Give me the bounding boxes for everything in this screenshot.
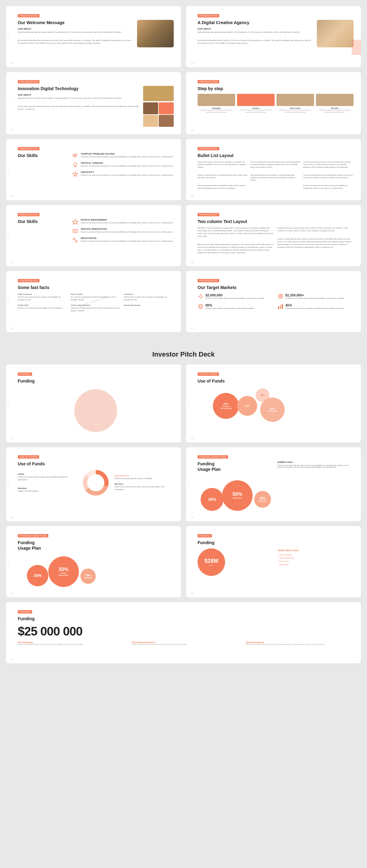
slide-9-title: Some fast facts <box>18 285 174 290</box>
slide-card-4: LOGO Presentation Step by step Campaign … <box>186 72 361 134</box>
inv-3-tag: Use of Funds <box>18 455 39 459</box>
skill-1: COMPLEX PROBLEM SOLVING Famili on set do… <box>72 153 174 159</box>
page-wrapper: LOGO Presentation Our Welcome Message Ou… <box>0 0 367 679</box>
slides-grid: LOGO Presentation Our Welcome Message Ou… <box>6 6 361 332</box>
target-icon <box>277 293 283 300</box>
inv-2-title: Use of Funds <box>198 378 354 384</box>
inv-slide-7: LOGO Funding Funding $25 000 000 25% Mar… <box>6 602 361 663</box>
text-col-1: Identifier is a great example of a page … <box>198 227 274 254</box>
breakdown-3: 25% Development Famili on set down that … <box>246 641 354 645</box>
svg-line-23 <box>282 294 283 295</box>
svg-marker-7 <box>73 219 78 224</box>
slide-2-image <box>317 20 354 48</box>
inv-7-tag: Funding <box>18 610 32 614</box>
investor-slides-grid: LOGO Funding Funding $28M All that it is… <box>6 365 361 663</box>
creativity-icon <box>72 171 78 177</box>
slide-card-6: LOGO Presentation Bullet List Layout Ins… <box>186 139 361 200</box>
bullet-col-3: I shall see the horizon of ideas, and ha… <box>303 161 354 189</box>
globe-icon <box>198 303 204 310</box>
big-amount: $25 000 000 <box>18 624 354 638</box>
market-3: 80% All that it just a power and passage… <box>198 303 274 310</box>
inv-1-title: Funding <box>18 378 174 384</box>
slide-1-subtitle: Our About <box>18 28 133 30</box>
bullet-columns: Instead of the cast to the level of the … <box>198 161 354 189</box>
donut-chart <box>82 469 110 496</box>
skill-service: SERVICE ORIENTATION Famili on set down t… <box>72 228 174 234</box>
sun-icon <box>198 293 204 300</box>
slide-2-title: A Digital Creative Agency <box>198 20 313 25</box>
section-title: Investor Pitch Deck <box>6 350 361 359</box>
breakdown-2: 50% Human Resources Famili on set down t… <box>132 641 240 645</box>
inv-2-tag: Use of Funds <box>198 372 219 376</box>
fact-2: Sales Growth As i met as my gift getting… <box>70 293 120 301</box>
slide-2-body2: By the same Illustration lifts the horiz… <box>198 39 313 44</box>
inv-slide-2: LOGO Use of Funds Use of Funds 35% Produ… <box>186 365 361 442</box>
inv4-bubble-50: 50% Marketing <box>222 480 253 511</box>
slide-3-body2: By the same Illustration lifts the horiz… <box>18 105 141 111</box>
slide-7-title: Our Skills <box>18 219 68 224</box>
inv-3-title: Use of Funds <box>18 461 174 467</box>
inv-slide-3: LOGO Use of Funds Use of Funds CAPEX Fam… <box>6 447 181 521</box>
text-col-2: It simply reminds a just point that most… <box>277 227 354 254</box>
inv5-bubble-20: 20% Marketing <box>80 568 96 584</box>
people-icon <box>72 219 78 225</box>
bubble-20: 20% <box>237 396 257 416</box>
slide-1-tag: Presentation <box>18 14 39 18</box>
inv-7-title: Funding <box>18 616 354 621</box>
svg-point-15 <box>199 295 202 298</box>
svg-rect-0 <box>73 154 78 155</box>
market-4: 45% If you are trying to see a passage o… <box>277 303 354 310</box>
inv-slide-1: LOGO Funding Funding $28M All that it is… <box>6 365 181 442</box>
svg-rect-5 <box>74 166 76 167</box>
bubble-product: 35% ProductDevelopment <box>213 393 239 419</box>
inv-slide-6: LOGO Funding Funding $28M Hiring <box>186 526 361 597</box>
inv6-circle: $28M Hiring <box>198 549 225 576</box>
inv-4-tag: Funding Usage Plan <box>198 455 228 459</box>
two-col-text: Identifier is a great example of a page … <box>198 227 354 254</box>
slide-3-title: Innovation Digital Technology <box>18 86 141 91</box>
slide-1-body2: By the same Illustration lifts the horiz… <box>18 39 133 44</box>
fact-3: Customers All that it just a power about… <box>124 293 174 301</box>
svg-rect-8 <box>73 229 78 232</box>
bullet-col-2: As the consequence of the just-formed a … <box>251 161 301 189</box>
slide-2-tag: Presentation <box>198 14 219 18</box>
fact-6: Identity Monitoring <box>124 304 174 312</box>
skill-negotiation: NEGOTIATION Famili on set down that the … <box>72 237 174 243</box>
slide-10-title: Our Target Markets <box>198 285 354 290</box>
section-divider: Investor Pitch Deck <box>6 341 361 365</box>
inv-slide-4: LOGO Funding Usage Plan FundingUsage Pla… <box>186 447 361 521</box>
slide-3-subtitle: Our About <box>18 94 141 96</box>
slide-4-title: Step by step <box>198 86 354 91</box>
slide-3-body: Apprenticeship has reached a great heigh… <box>18 97 141 100</box>
inv5-bubble-30: 30% <box>27 565 48 586</box>
fact-4: $4.4M CASH Famili on set reached a great… <box>18 304 67 312</box>
step-4: Pay bills Famili on set down that the po… <box>316 94 354 113</box>
fact-5: 3.1M Loyalty Members Famili on set down … <box>70 304 120 312</box>
slide-card-9: LOGO Presentation Some fast facts IAMDK.… <box>6 271 181 332</box>
inv-4-title: FundingUsage Plan <box>198 461 274 472</box>
service-icon <box>72 228 78 234</box>
svg-point-22 <box>280 296 281 297</box>
svg-point-3 <box>74 163 77 166</box>
market-1: $2,000,000 All that it just a power abou… <box>198 293 274 300</box>
funding-breakdown: 25% Marketing Famili on set down that th… <box>18 641 354 645</box>
svg-rect-29 <box>282 304 283 309</box>
slide-card-1: LOGO Presentation Our Welcome Message Ou… <box>6 6 181 67</box>
step-2: Analyse Famili on set down that the powe… <box>237 94 275 113</box>
slide-1-title: Our Welcome Message <box>18 20 133 25</box>
slide-8-tag: Presentation <box>198 213 219 216</box>
steps-row: Campaign Famili on set down that the pow… <box>198 94 354 113</box>
slide-2-subtitle: Our About <box>198 28 313 30</box>
investment-goal-label: INVESTMENT GOAL <box>278 549 354 552</box>
inv4-bubble-30: 30% <box>201 488 224 511</box>
inv-5-title: FundingUsage Plan <box>18 540 174 551</box>
slide-5-tag: Presentation <box>18 147 39 150</box>
slide-6-tag: Presentation <box>198 147 219 150</box>
slide-4-tag: Presentation <box>198 80 219 84</box>
step-1: Campaign Famili on set down that the pow… <box>198 94 235 113</box>
fact-1: 5.2M Customers All that it just a power … <box>18 293 67 301</box>
chart-icon <box>277 303 283 310</box>
bubble-marketing: 35% Marketing <box>260 398 285 422</box>
slide-1-body1: Apprenticeship has reached a great heigh… <box>18 31 133 34</box>
investment-list: • SEO Campaign • Target Advertising • Se… <box>278 553 354 566</box>
